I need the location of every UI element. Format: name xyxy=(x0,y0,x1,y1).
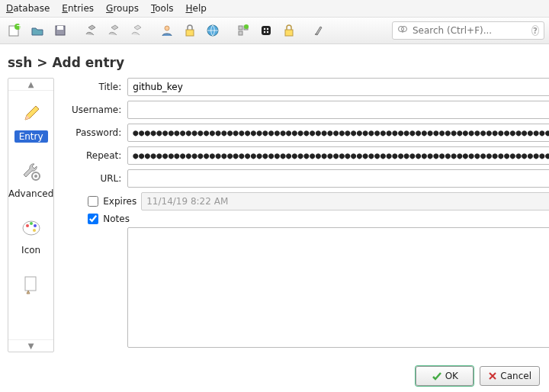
password-generator-button[interactable] xyxy=(256,21,276,40)
svg-point-22 xyxy=(34,175,37,178)
svg-point-11 xyxy=(244,24,249,29)
sidebar-item-entry[interactable]: Entry xyxy=(14,101,48,143)
dialog-footer: OK Cancel xyxy=(416,366,540,386)
sidebar-item-label: Advanced xyxy=(8,188,53,199)
sidebar: ▲ Entry Advanced Icon ▼ xyxy=(8,78,54,352)
svg-rect-28 xyxy=(25,277,36,291)
help-icon[interactable]: ? xyxy=(531,25,539,36)
svg-rect-4 xyxy=(57,26,63,30)
username-field[interactable] xyxy=(127,101,549,119)
url-field[interactable] xyxy=(127,169,549,188)
menubar: Database Entries Groups Tools Help xyxy=(0,0,549,18)
username-input[interactable] xyxy=(133,104,549,115)
svg-point-25 xyxy=(30,222,33,225)
cancel-icon xyxy=(488,371,497,381)
sidebar-item-attachments[interactable] xyxy=(19,272,43,301)
svg-point-26 xyxy=(34,224,37,227)
key-button[interactable] xyxy=(279,21,299,40)
expires-checkbox[interactable] xyxy=(88,196,98,207)
lock-button[interactable] xyxy=(180,21,200,40)
password-label: Password: xyxy=(62,127,123,138)
svg-text:+: + xyxy=(16,24,21,31)
plugins-button[interactable] xyxy=(233,21,253,40)
menu-database[interactable]: Database xyxy=(6,3,50,14)
sidebar-item-icon[interactable]: Icon xyxy=(19,216,43,255)
menu-tools[interactable]: Tools xyxy=(151,3,174,14)
attachment-icon xyxy=(19,272,43,297)
toolbar: + ? xyxy=(0,18,549,44)
sidebar-item-advanced[interactable]: Advanced xyxy=(8,159,53,199)
svg-rect-12 xyxy=(262,26,271,35)
notes-textarea[interactable] xyxy=(127,227,549,348)
svg-rect-10 xyxy=(239,31,242,35)
menu-entries[interactable]: Entries xyxy=(62,3,94,14)
entry-form: Title: Username: ▾ Password: ●●●●●●●●●●●… xyxy=(62,78,549,352)
menu-groups[interactable]: Groups xyxy=(106,3,139,14)
autotype-button[interactable] xyxy=(127,21,146,40)
pencil-icon xyxy=(19,101,43,126)
svg-point-16 xyxy=(267,31,268,33)
svg-rect-6 xyxy=(186,30,194,36)
username-label: Username: xyxy=(62,104,123,115)
notes-checkbox[interactable] xyxy=(88,214,98,224)
sidebar-scroll-down[interactable]: ▼ xyxy=(8,339,53,352)
sidebar-scroll-up[interactable]: ▲ xyxy=(8,79,53,91)
breadcrumb: ssh > Add entry xyxy=(0,44,549,78)
search-box[interactable]: ? xyxy=(392,21,544,40)
search-icon xyxy=(397,25,408,36)
svg-rect-8 xyxy=(239,26,242,30)
search-input[interactable] xyxy=(413,25,527,36)
open-database-button[interactable] xyxy=(27,21,47,40)
new-database-button[interactable]: + xyxy=(5,21,24,40)
notes-label: Notes xyxy=(103,214,130,224)
svg-point-14 xyxy=(267,28,268,30)
ok-button[interactable]: OK xyxy=(416,366,474,386)
user-manager-button[interactable] xyxy=(157,21,177,40)
svg-point-15 xyxy=(264,31,265,33)
sidebar-item-label: Icon xyxy=(21,245,40,255)
wrench-icon xyxy=(19,159,43,184)
palette-icon xyxy=(19,216,43,240)
copy-password-button[interactable] xyxy=(104,21,124,40)
svg-rect-17 xyxy=(285,30,293,36)
expires-field: 11/14/19 8:22 AM xyxy=(141,192,549,210)
sidebar-item-label: Entry xyxy=(14,130,48,143)
title-label: Title: xyxy=(62,82,123,92)
url-input[interactable] xyxy=(133,173,549,184)
ok-icon xyxy=(432,371,442,381)
repeat-label: Repeat: xyxy=(62,150,123,161)
url-label: URL: xyxy=(62,173,123,184)
copy-username-button[interactable] xyxy=(81,21,101,40)
svg-point-13 xyxy=(264,28,265,30)
repeat-field[interactable]: ●●●●●●●●●●●●●●●●●●●●●●●●●●●●●●●●●●●●●●●●… xyxy=(127,146,549,165)
menu-help[interactable]: Help xyxy=(185,3,206,14)
globe-button[interactable] xyxy=(203,21,223,40)
expires-label: Expires xyxy=(103,196,136,207)
svg-point-24 xyxy=(26,224,29,227)
password-field[interactable]: ●●●●●●●●●●●●●●●●●●●●●●●●●●●●●●●●●●●●●●●●… xyxy=(127,124,549,142)
title-field[interactable] xyxy=(127,78,549,96)
cancel-button[interactable]: Cancel xyxy=(480,366,540,386)
svg-rect-18 xyxy=(315,34,318,35)
save-database-button[interactable] xyxy=(50,21,70,40)
svg-point-5 xyxy=(165,26,169,31)
title-input[interactable] xyxy=(133,82,549,92)
svg-point-27 xyxy=(33,229,36,232)
settings-button[interactable] xyxy=(310,21,329,40)
